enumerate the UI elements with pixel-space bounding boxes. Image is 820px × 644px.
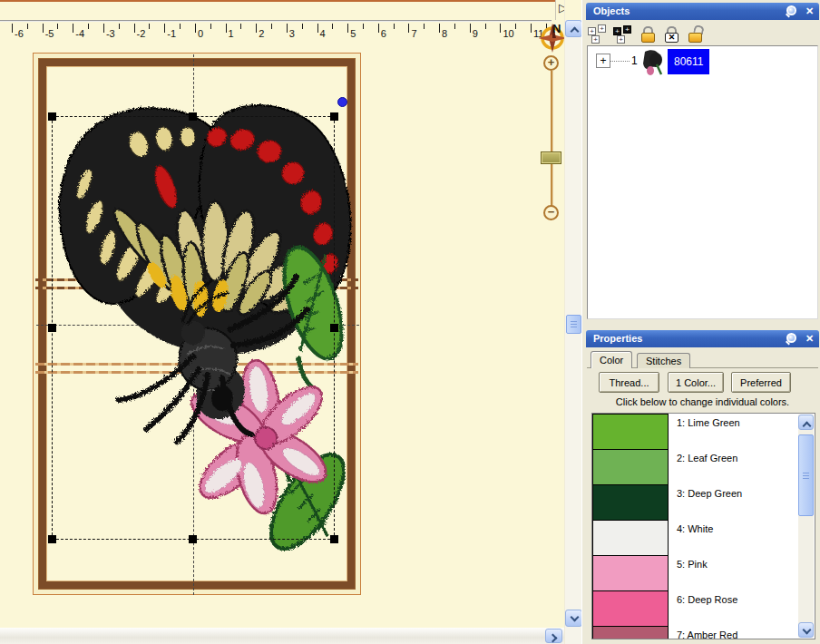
selection-handle-middle-left[interactable] [48,324,56,332]
ruler-tick [256,24,257,33]
thread-button[interactable]: Thread... [599,372,659,393]
color-row[interactable]: 6: Deep Rose [592,590,815,626]
plus-box-icon: + [591,35,600,44]
color-row[interactable]: 3: Deep Green [592,484,815,520]
color-row[interactable]: 7: Amber Red [592,626,815,639]
scroll-down-button[interactable] [798,622,814,638]
vertical-scroll-thumb[interactable] [566,315,581,334]
lock-body: ✕ [665,33,678,43]
ruler-label: 6 [381,28,386,39]
zoom-out-button[interactable]: − [543,205,559,220]
color-list-scrollbar[interactable] [798,415,814,638]
magnifier-icon[interactable] [786,5,796,15]
ruler-label: -6 [15,28,24,39]
color-label: 5: Pink [677,559,708,570]
chevron-right-icon [549,634,558,643]
scroll-up-button[interactable] [565,20,582,37]
color-swatch[interactable] [592,520,669,556]
chevron-up-icon [803,422,812,431]
color-swatch[interactable] [592,626,669,639]
color-hint-text: Click below to change individual colors. [585,396,820,407]
unlock-icon[interactable] [686,24,706,44]
vertical-scrollbar[interactable] [564,0,581,644]
chevron-down-icon [571,613,580,622]
ruler-minor-tick [210,24,211,29]
preferred-button[interactable]: Preferred [731,372,791,393]
selection-handle-middle-right[interactable] [330,324,338,332]
selection-handle-top-right[interactable] [330,112,338,121]
color-swatch[interactable] [592,484,669,521]
thread-color-list[interactable]: 1: Lime Green2: Leaf Green3: Deep Green4… [591,413,815,639]
ruler-tick [164,24,165,33]
ruler-tick [287,24,288,33]
ruler-tick [439,24,440,33]
ruler-tick [500,24,501,33]
objects-panel-titlebar[interactable]: Objects ✕ [586,3,819,20]
color-row[interactable]: 1: Lime Green [592,414,815,449]
expand-node-button[interactable]: + [596,54,610,68]
scroll-up-button[interactable] [798,415,814,430]
scrollbar-cap [565,0,582,20]
selection-handle-top-middle[interactable] [189,112,197,121]
lock-body [688,33,702,43]
selection-handle-top-left[interactable] [48,112,56,121]
ruler-label: 8 [442,28,447,39]
selection-handle-bottom-right[interactable] [330,535,338,543]
ruler-label: -4 [75,28,84,39]
lock-icon[interactable] [639,24,659,44]
ruler-label: 9 [473,28,478,39]
color-row[interactable]: 2: Leaf Green [592,449,815,484]
zoom-slider-handle[interactable] [541,151,561,164]
tab-stitches[interactable]: Stitches [637,353,690,368]
object-id-label[interactable]: 80611 [668,49,709,74]
horizontal-scrollbar[interactable] [0,628,564,644]
zoom-in-button[interactable]: + [543,55,559,71]
zoom-slider-track[interactable] [551,71,552,209]
ruler-tick [43,24,44,33]
selection-handle-bottom-left[interactable] [48,535,56,543]
color-swatch[interactable] [592,555,669,591]
multi-select-filled-icon[interactable]: + + + [613,24,633,44]
color-swatch[interactable] [592,449,669,485]
ruler-minor-tick [119,24,120,29]
ruler-label: 0 [198,28,203,39]
ruler-label: -3 [106,28,115,39]
ruler-label: 2 [259,28,264,39]
ruler-tick [226,24,227,33]
color-label: 6: Deep Rose [677,594,737,605]
one-color-button[interactable]: 1 Color... [668,372,724,393]
ruler-minor-tick [240,24,241,29]
close-icon[interactable]: ✕ [804,5,815,17]
ruler-label: 7 [411,28,416,39]
color-swatch[interactable] [592,590,669,627]
scroll-right-button[interactable] [545,629,562,643]
ruler-minor-tick [485,24,486,29]
color-row[interactable]: 4: White [592,520,815,555]
multi-select-icon[interactable]: + + + [588,24,608,44]
tab-color[interactable]: Color [591,351,632,368]
color-row[interactable]: 5: Pink [592,555,815,590]
object-thumbnail[interactable] [639,48,665,77]
rotation-handle[interactable] [337,97,347,107]
selection-handle-bottom-middle[interactable] [189,535,197,543]
properties-panel-titlebar[interactable]: Properties ✕ [586,330,819,347]
ruler-tick [408,24,409,33]
magnifier-icon[interactable] [786,333,796,343]
plus-box-icon: + [623,25,631,34]
ruler-label: -2 [137,28,146,39]
ruler-tick [73,24,73,33]
objects-list[interactable]: + 1 80611 [587,45,818,319]
color-label: 4: White [677,523,713,534]
selection-marquee[interactable] [52,116,335,540]
color-label: 7: Amber Red [677,629,737,639]
tree-connector [610,61,630,62]
color-scroll-thumb[interactable] [798,434,814,516]
ruler-corner-divider [555,0,556,20]
plus-box-icon: + [598,24,606,33]
color-swatch[interactable] [592,414,669,450]
scroll-down-button[interactable] [565,610,582,627]
design-canvas[interactable]: ▷ -6-5-4-3-2-101234567891011 [0,0,564,644]
lock-x-icon[interactable]: ✕ [662,24,682,44]
ruler-minor-tick [271,24,272,29]
close-icon[interactable]: ✕ [804,333,815,345]
